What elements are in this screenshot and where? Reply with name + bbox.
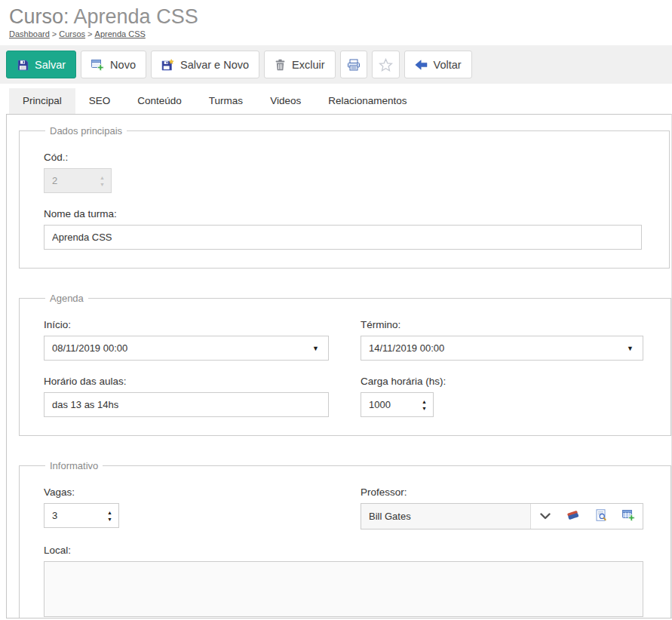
- page-title-prefix: Curso:: [9, 5, 69, 28]
- new-icon: [91, 59, 104, 71]
- star-icon: [379, 58, 393, 72]
- preview-document-icon: [595, 509, 607, 523]
- inicio-dropdown[interactable]: 08/11/2019 00:00 ▼: [44, 336, 329, 361]
- save-button[interactable]: Salvar: [6, 51, 76, 78]
- save-and-new-button-label: Salvar e Novo: [180, 59, 249, 71]
- vagas-spinner: ▲▼: [44, 503, 119, 528]
- caret-down-icon: ▼: [627, 345, 634, 352]
- tab-principal[interactable]: Principal: [9, 88, 75, 114]
- professor-input[interactable]: [361, 504, 531, 529]
- tab-turmas[interactable]: Turmas: [195, 88, 256, 114]
- breadcrumb: Dashboard>Cursos>Aprenda CSS: [9, 29, 672, 38]
- save-icon: [17, 59, 29, 71]
- professor-view-button[interactable]: [587, 504, 615, 529]
- horario-aulas-input[interactable]: [44, 392, 329, 417]
- nome-turma-label: Nome da turma:: [44, 208, 642, 219]
- trash-icon: [275, 59, 286, 71]
- breadcrumb-link-dashboard[interactable]: Dashboard: [9, 29, 50, 38]
- back-button[interactable]: Voltar: [404, 51, 472, 78]
- tab-relacionamentos[interactable]: Relacionamentos: [315, 88, 420, 114]
- print-icon: [347, 59, 361, 71]
- professor-clear-button[interactable]: [559, 504, 587, 529]
- spinner-down-icon: ▼: [100, 182, 105, 187]
- breadcrumb-separator: >: [52, 29, 57, 38]
- professor-label: Professor:: [361, 486, 643, 498]
- favorite-button[interactable]: [372, 51, 400, 78]
- section-dados-principais-legend: Dados principais: [45, 125, 127, 137]
- section-informativo-legend: Informativo: [45, 460, 103, 471]
- termino-dropdown[interactable]: 14/11/2019 00:00 ▼: [361, 336, 643, 361]
- inicio-dropdown-value: 08/11/2019 00:00: [52, 342, 127, 354]
- local-textarea[interactable]: [44, 561, 643, 617]
- print-button[interactable]: [340, 51, 367, 78]
- tab-videos[interactable]: Videos: [256, 88, 315, 114]
- eraser-icon: [566, 510, 580, 523]
- professor-add-button[interactable]: [615, 504, 643, 529]
- professor-combo: [361, 503, 643, 529]
- spinner-down-icon[interactable]: ▼: [422, 406, 427, 411]
- breadcrumb-link-cursos[interactable]: Cursos: [59, 29, 85, 38]
- local-label: Local:: [44, 545, 643, 556]
- save-button-label: Salvar: [35, 59, 66, 71]
- caret-down-icon: ▼: [312, 345, 319, 352]
- section-agenda-legend: Agenda: [45, 293, 88, 304]
- nome-turma-input[interactable]: [44, 225, 642, 250]
- save-and-new-button[interactable]: Salvar e Novo: [151, 51, 259, 78]
- tab-seo[interactable]: SEO: [75, 88, 124, 114]
- carga-horaria-spinner-arrows: ▲▼: [422, 399, 427, 411]
- tab-conteudo[interactable]: Conteúdo: [124, 88, 195, 114]
- vagas-spinner-arrows: ▲▼: [107, 510, 112, 522]
- spinner-up-icon: ▲: [100, 175, 105, 180]
- tab-bar: Principal SEO Conteúdo Turmas Videos Rel…: [0, 88, 672, 114]
- carga-horaria-label: Carga horária (hs):: [361, 376, 643, 387]
- back-arrow-icon: [415, 60, 428, 70]
- breadcrumb-link-current[interactable]: Aprenda CSS: [95, 29, 146, 38]
- tab-content-panel: Dados principais Cód.: ▲▼ Nome da turma:…: [6, 114, 672, 618]
- horario-aulas-label: Horário das aulas:: [44, 376, 329, 387]
- spinner-up-icon[interactable]: ▲: [107, 510, 112, 515]
- cod-label: Cód.:: [44, 152, 642, 163]
- vagas-label: Vagas:: [44, 486, 329, 498]
- breadcrumb-separator: >: [87, 29, 92, 38]
- termino-label: Término:: [361, 319, 643, 330]
- new-button[interactable]: Novo: [81, 51, 146, 78]
- new-button-label: Novo: [110, 59, 136, 71]
- carga-horaria-spinner: ▲▼: [361, 392, 434, 417]
- cod-spinner-arrows: ▲▼: [100, 175, 105, 187]
- page-title: Curso: Aprenda CSS: [9, 5, 672, 29]
- termino-dropdown-value: 14/11/2019 00:00: [369, 342, 444, 354]
- inicio-label: Início:: [44, 319, 329, 330]
- spinner-down-icon[interactable]: ▼: [107, 517, 112, 522]
- page-header: Curso: Aprenda CSS Dashboard>Cursos>Apre…: [0, 0, 672, 38]
- back-button-label: Voltar: [434, 59, 462, 71]
- section-agenda: Agenda Início: 08/11/2019 00:00 ▼ Términ…: [19, 293, 671, 436]
- add-record-icon: [622, 509, 635, 523]
- spinner-up-icon[interactable]: ▲: [422, 399, 427, 404]
- section-dados-principais: Dados principais Cód.: ▲▼ Nome da turma:: [19, 125, 670, 269]
- cod-spinner: ▲▼: [44, 168, 112, 193]
- professor-dropdown-button[interactable]: [531, 504, 559, 529]
- toolbar: Salvar Novo Salvar e Novo Excluir Voltar: [0, 45, 672, 84]
- save-and-new-icon: [161, 59, 174, 71]
- section-informativo: Informativo Vagas: ▲▼ Professor:: [19, 460, 671, 618]
- delete-button[interactable]: Excluir: [264, 51, 336, 78]
- page-title-value: Aprenda CSS: [74, 5, 198, 28]
- chevron-down-icon: [540, 511, 551, 522]
- delete-button-label: Excluir: [292, 59, 325, 71]
